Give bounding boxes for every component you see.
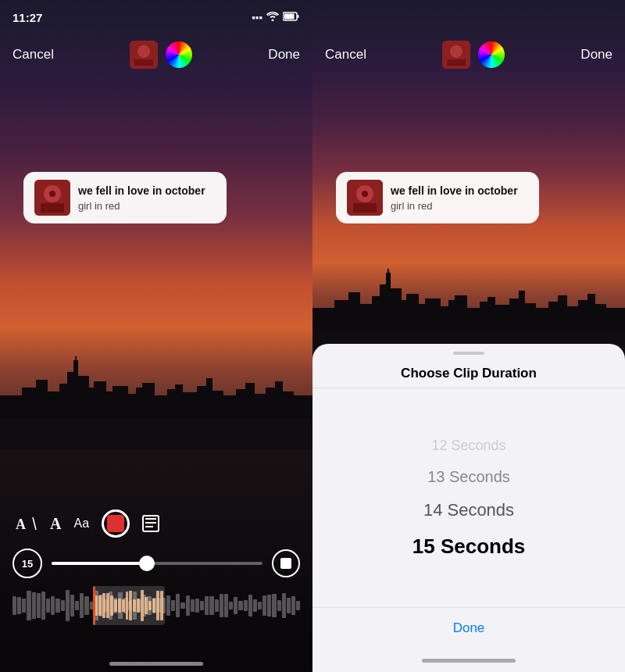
album-art-right — [442, 41, 470, 69]
status-time: 11:27 — [12, 11, 42, 24]
svg-point-83 — [450, 45, 462, 58]
done-button-left[interactable]: Done — [268, 47, 300, 63]
top-bar-icons-left — [130, 41, 192, 69]
svg-rect-87 — [353, 203, 377, 213]
card-text-right: we fell in love in october girl in red — [391, 184, 518, 211]
svg-rect-62 — [425, 298, 441, 331]
svg-rect-11 — [94, 381, 106, 419]
svg-rect-60 — [406, 294, 419, 331]
done-button-right[interactable]: Done — [580, 47, 612, 63]
duration-option-13[interactable]: 13 Seconds — [312, 462, 625, 492]
album-thumbnail-right[interactable] — [442, 41, 470, 69]
card-artist-right: girl in red — [391, 200, 518, 212]
slider-thumb[interactable] — [139, 556, 155, 571]
text-style-row: A A Aa — [12, 509, 300, 538]
city-silhouette — [0, 349, 312, 450]
svg-rect-57 — [388, 269, 389, 275]
home-indicator-right — [422, 659, 516, 663]
svg-rect-32 — [0, 414, 312, 418]
top-bar-right: Cancel Done — [312, 34, 625, 75]
svg-rect-81 — [312, 327, 625, 331]
svg-rect-56 — [386, 273, 391, 331]
top-bar-icons-right — [442, 41, 505, 69]
wifi-icon — [266, 12, 279, 23]
svg-point-37 — [138, 45, 150, 58]
svg-rect-52 — [348, 292, 360, 331]
text-style-icon-3[interactable]: Aa — [73, 517, 89, 531]
svg-rect-21 — [197, 386, 208, 419]
time-slider-row: 15 — [12, 549, 300, 578]
record-button[interactable] — [102, 509, 130, 538]
sheet-title: Choose Clip Duration — [312, 366, 625, 381]
svg-rect-3 — [36, 380, 48, 419]
now-playing-card-left[interactable]: we fell in love in october girl in red — [23, 172, 227, 223]
svg-rect-47 — [145, 522, 156, 524]
cancel-button-left[interactable]: Cancel — [12, 47, 54, 63]
slider-fill — [52, 562, 147, 565]
svg-rect-13 — [112, 386, 128, 419]
cancel-button-right[interactable]: Cancel — [325, 47, 366, 63]
battery-icon — [283, 12, 300, 23]
time-value: 15 — [22, 558, 33, 570]
home-indicator-left — [109, 662, 203, 666]
svg-rect-16 — [142, 383, 155, 419]
card-song-title-right: we fell in love in october — [391, 184, 518, 198]
svg-text:A: A — [16, 517, 26, 532]
text-style-icon-2[interactable]: A — [50, 515, 61, 533]
color-wheel-icon-right[interactable] — [478, 41, 505, 68]
album-art-left — [130, 41, 158, 69]
waveform[interactable] — [12, 586, 300, 625]
clip-duration-sheet: Choose Clip Duration 12 Seconds 13 Secon… — [312, 344, 625, 672]
right-panel: Cancel Done — [312, 0, 625, 672]
top-bar-left: Cancel Done — [0, 34, 312, 75]
card-album-art-left — [34, 180, 70, 216]
text-style-icon-1[interactable]: A — [16, 514, 38, 533]
svg-rect-35 — [284, 13, 295, 19]
card-album-art-right — [347, 180, 383, 216]
svg-rect-65 — [455, 295, 467, 331]
duration-option-14[interactable]: 14 Seconds — [312, 494, 625, 527]
svg-rect-34 — [298, 15, 299, 18]
card-artist-left: girl in red — [78, 200, 205, 212]
text-style-icon-4[interactable] — [142, 515, 159, 532]
bottom-controls-left: A A Aa — [0, 509, 312, 625]
now-playing-card-right[interactable]: we fell in love in october girl in red — [336, 172, 539, 223]
sheet-done-row: Done — [312, 608, 625, 649]
stop-icon — [280, 558, 291, 569]
svg-rect-58 — [391, 288, 402, 331]
card-text-left: we fell in love in october girl in red — [78, 184, 205, 211]
svg-rect-41 — [41, 203, 64, 213]
color-wheel-icon-left[interactable] — [166, 41, 192, 68]
left-panel: 11:27 ▪▪▪ Cancel — [0, 0, 312, 672]
audio-slider[interactable] — [52, 562, 262, 565]
card-song-title-left: we fell in love in october — [78, 184, 205, 198]
svg-rect-0 — [0, 415, 312, 450]
svg-point-88 — [362, 191, 368, 197]
svg-line-44 — [33, 517, 36, 530]
svg-rect-46 — [145, 518, 156, 520]
svg-rect-70 — [509, 298, 520, 331]
sheet-handle — [453, 352, 484, 355]
sheet-done-button[interactable]: Done — [453, 620, 485, 636]
time-badge: 15 — [12, 549, 42, 578]
svg-rect-84 — [447, 59, 466, 66]
svg-rect-38 — [134, 59, 153, 66]
record-icon — [107, 515, 124, 532]
duration-picker[interactable]: 12 Seconds 13 Seconds 14 Seconds 15 Seco… — [312, 388, 625, 607]
sheet-home-area — [312, 649, 625, 672]
stop-button[interactable] — [272, 549, 300, 577]
signal-icon: ▪▪▪ — [252, 12, 262, 23]
svg-point-42 — [49, 191, 55, 197]
svg-rect-9 — [78, 376, 89, 419]
svg-rect-8 — [75, 356, 77, 363]
duration-option-15[interactable]: 15 Seconds — [312, 528, 625, 565]
status-bar: 11:27 ▪▪▪ — [0, 0, 312, 34]
album-thumbnail-left[interactable] — [130, 41, 158, 69]
status-icons: ▪▪▪ — [252, 12, 300, 23]
svg-rect-7 — [73, 360, 78, 419]
svg-rect-48 — [145, 526, 153, 527]
duration-option-12[interactable]: 12 Seconds — [312, 431, 625, 460]
